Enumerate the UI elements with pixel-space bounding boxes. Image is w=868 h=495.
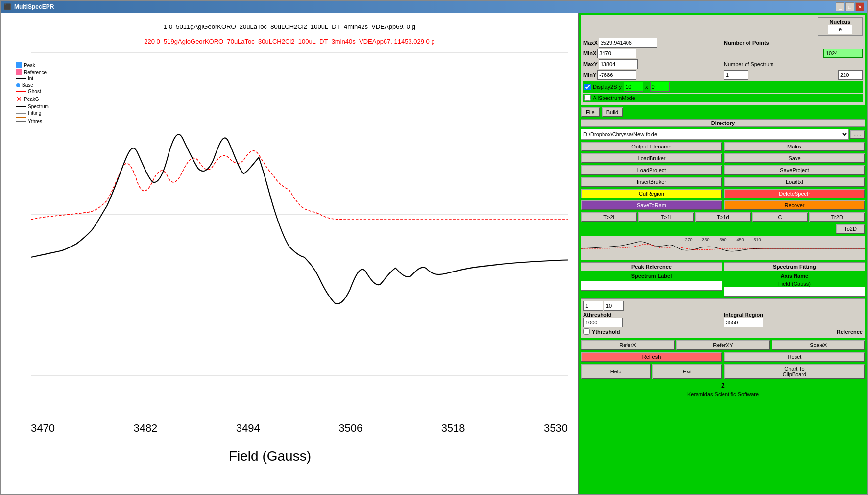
minY-label: MinY [583,72,596,78]
display2s-x-input[interactable] [650,82,670,92]
directory-dropdown[interactable]: D:\Dropbox\Chryssa\New folde [581,129,849,140]
page-number: 2 [581,381,865,389]
spectrum-label-input[interactable] [581,281,722,291]
c-button[interactable]: C [752,212,808,222]
xthreshold-val2[interactable] [604,301,624,311]
save-project-button[interactable]: SaveProject [724,165,865,175]
spectrum-label-heading: Spectrum Label [581,273,722,279]
close-button[interactable]: ✕ [855,2,864,11]
loadtxt-button[interactable]: Loadtxt [724,177,865,187]
xthreshold-from-input[interactable] [583,318,623,327]
display2s-checkbox[interactable] [584,84,591,90]
title-bar-buttons: _ □ ✕ [836,2,864,11]
app-icon: ⬛ [4,3,11,10]
main-window: ⬛ MultiSpecEPR _ □ ✕ 1 0_5011gAgiGeorKOR… [0,0,868,495]
x-label-0: 3470 [31,422,55,435]
t1d-button[interactable]: T>1d [695,212,751,222]
legend-peakg-symbol: ✕ [16,95,22,103]
numSpectrum-to[interactable] [838,70,863,80]
chart-title-black: 1 0_5011gAgiGeorKORO_20uLaToc_80uLCH2Cl2… [1,23,578,30]
field-gauss-label: Field (Gauss) [724,281,865,287]
xthreshold-val1[interactable] [583,301,603,311]
legend-reference-color [16,69,22,75]
ythreshold-checkbox[interactable] [583,328,590,335]
legend-ghost-line [16,91,26,92]
referX-button[interactable]: ReferX [581,340,675,350]
axis-name-input[interactable] [724,287,865,297]
numPoints-label: Number of Points [724,40,769,46]
save-to-ram-button[interactable]: SaveToRam [581,200,722,210]
x-label-5: 3530 [544,422,568,435]
minX-input[interactable] [597,49,636,58]
minX-label: MinX [583,50,596,56]
kerami-text: Keramidas Scientific Software [581,391,865,397]
display2s-y-input[interactable] [624,82,643,92]
dotdot-button[interactable]: ..... [850,130,865,139]
chart-svg[interactable] [31,52,568,376]
integral-region-input[interactable] [724,318,763,327]
reset-button[interactable]: Reset [724,352,865,362]
refresh-button[interactable]: Refresh [581,352,722,362]
x-label-2: 3494 [236,422,260,435]
numPoints-input[interactable] [823,49,863,58]
content-area: 1 0_5011gAgiGeorKORO_20uLaToc_80uLCH2Cl2… [1,13,867,494]
minY-input[interactable] [597,70,636,80]
legend-baseline-line [16,117,26,118]
insert-bruker-button[interactable]: InsertBruker [581,177,722,187]
axis-name-heading: Axis Name [724,273,865,279]
legend-fitting-line [16,113,26,114]
allspectrum-checkbox[interactable] [584,95,591,101]
maxY-label: MaxY [583,61,598,67]
nucleus-label: Nucleus [828,19,852,25]
file-button[interactable]: File [581,107,600,117]
scaleX-button[interactable]: ScaleX [772,340,865,350]
legend-peak-color [16,62,22,68]
integral-region-label: Integral Region [724,312,863,318]
exit-button[interactable]: Exit [652,364,722,379]
reference-label: Reference [837,329,863,335]
save-button[interactable]: Save [724,153,865,163]
legend-spectrum-line [16,106,26,107]
x-label-4: 3518 [441,422,465,435]
maxX-input[interactable] [599,38,657,48]
xthreshold-label: Xthreshold [583,312,722,318]
maxY-input[interactable] [599,59,638,69]
chart-clipboard-button[interactable]: Chart To ClipBoard [724,364,865,379]
title-bar-left: ⬛ MultiSpecEPR [4,3,54,10]
build-button[interactable]: Build [602,107,623,117]
load-bruker-button[interactable]: LoadBruker [581,153,722,163]
nucleus-input[interactable] [828,25,852,34]
cut-region-button[interactable]: CutRegion [581,189,722,198]
t1i-button[interactable]: T>1i [638,212,694,222]
recover-button[interactable]: Recover [724,200,865,210]
to2d-button[interactable]: To2D [836,224,865,234]
ythreshold-label: Ythreshold [592,329,620,335]
title-bar: ⬛ MultiSpecEPR _ □ ✕ [1,1,867,13]
output-filename-button[interactable]: Output Filename [581,142,722,151]
app-title: MultiSpecEPR [14,3,54,10]
maxX-label: MaxX [583,40,598,46]
help-button[interactable]: Help [581,364,651,379]
delete-spectr-button[interactable]: DeleteSpectr [724,189,865,198]
chart-title-red: 220 0_519gAgioGeorKORO_70uLaToc_30uLCH2C… [1,38,578,45]
display2s-x-label: x [645,84,648,90]
right-panel: Nucleus MaxX Number of Points [578,13,867,494]
legend-base-color [16,83,20,87]
minimize-button[interactable]: _ [836,2,844,11]
maximize-button[interactable]: □ [845,2,854,11]
display2s-label: Display2S [593,84,617,90]
numSpectrum-from[interactable] [724,70,748,80]
legend-ythres-line [16,121,26,122]
numSpectrum-label: Number of Spectrum [724,61,773,67]
x-axis-labels: 3470 3482 3494 3506 3518 3530 [31,422,568,435]
load-project-button[interactable]: LoadProject [581,165,722,175]
x-label-3: 3506 [338,422,362,435]
matrix-button[interactable]: Matrix [724,142,865,151]
t2i-button[interactable]: T>2i [581,212,637,222]
referXY-button[interactable]: ReferXY [676,340,770,350]
spectrum-fitting-label: Spectrum Fitting [773,264,816,270]
chart-panel: 1 0_5011gAgiGeorKORO_20uLaToc_80uLCH2Cl2… [1,13,578,494]
directory-title: Directory [711,120,735,126]
tr2d-button[interactable]: Tr2D [809,212,865,222]
display2s-y-label: y [619,84,622,90]
